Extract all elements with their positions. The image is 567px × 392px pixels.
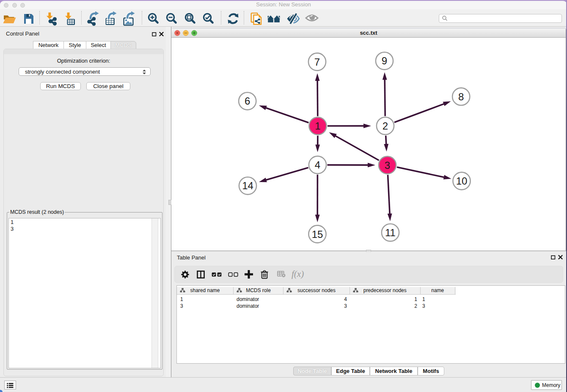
svg-text:3: 3 xyxy=(385,160,390,171)
svg-text:10: 10 xyxy=(456,175,468,187)
svg-text:2: 2 xyxy=(383,120,388,132)
svg-text:8: 8 xyxy=(458,91,464,102)
svg-text:1: 1 xyxy=(315,120,320,132)
svg-text:14: 14 xyxy=(242,180,253,191)
svg-text:4: 4 xyxy=(315,159,320,171)
svg-text:9: 9 xyxy=(382,55,387,66)
svg-text:7: 7 xyxy=(314,56,320,68)
svg-text:6: 6 xyxy=(245,95,250,107)
svg-text:15: 15 xyxy=(312,229,323,240)
svg-text:11: 11 xyxy=(385,227,396,238)
